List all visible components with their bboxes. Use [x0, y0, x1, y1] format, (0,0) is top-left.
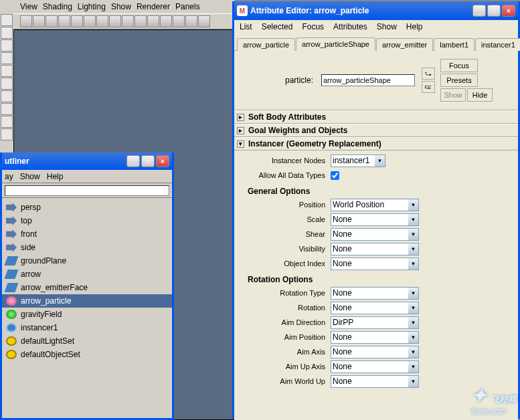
outliner-filter-input[interactable] — [5, 185, 169, 196]
vp-menu-lighting[interactable]: Lighting — [78, 2, 106, 11]
presets-button[interactable]: Presets — [440, 74, 478, 87]
close-button[interactable]: × — [502, 5, 515, 17]
attr-select[interactable]: None▼ — [331, 228, 419, 241]
ae-menu-selected[interactable]: Selected — [262, 22, 293, 31]
section-instancer[interactable]: ▾ Instancer (Geometry Replacement) — [234, 137, 518, 150]
section-goal-weights[interactable]: ▸ Goal Weights and Objects — [234, 124, 518, 137]
outliner-menu-help[interactable]: Help — [47, 172, 64, 181]
ae-menu-focus[interactable]: Focus — [302, 22, 324, 31]
section-soft-body[interactable]: ▸ Soft Body Attributes — [234, 110, 518, 124]
shelf-button[interactable] — [147, 15, 159, 27]
chevron-down-icon: ▼ — [375, 155, 385, 167]
ae-tab-lambert1[interactable]: lambert1 — [434, 38, 474, 51]
attr-select[interactable]: DirPP▼ — [331, 316, 419, 329]
tool-icon[interactable] — [1, 14, 13, 26]
ae-tab-arrow-emitter[interactable]: arrow_emitter — [376, 38, 433, 51]
outliner-item-label: defaultLightSet — [21, 336, 74, 346]
maximize-button[interactable]: □ — [487, 5, 501, 17]
tool-icon[interactable] — [1, 52, 13, 64]
outliner-title-text: utliner — [5, 156, 126, 166]
attr-select[interactable]: World Position▼ — [331, 199, 419, 211]
ae-menu-attributes[interactable]: Attributes — [333, 22, 367, 31]
vp-menu-panels[interactable]: Panels — [175, 2, 200, 11]
outliner-item[interactable]: arrow_emitterFace — [2, 281, 172, 294]
attr-select[interactable]: None▼ — [331, 360, 419, 373]
attr-label: Aim Axis — [234, 348, 325, 356]
ae-tab-arrow-particle-shape[interactable]: arrow_particleShape — [296, 37, 375, 51]
shelf-button[interactable] — [71, 15, 83, 27]
maximize-button[interactable]: □ — [141, 155, 155, 167]
attr-select[interactable]: None▼ — [331, 331, 419, 344]
attr-select[interactable]: None▼ — [331, 346, 419, 358]
vp-menu-renderer[interactable]: Renderer — [137, 2, 170, 11]
attr-select[interactable]: None▼ — [331, 375, 419, 388]
ae-tab-arrow-particle[interactable]: arrow_particle — [237, 38, 295, 51]
outliner-item[interactable]: persp — [2, 201, 172, 214]
attr-label: Aim Up Axis — [234, 362, 325, 371]
shelf-button[interactable] — [84, 15, 96, 27]
shelf-button[interactable] — [173, 15, 185, 27]
ae-menu-show[interactable]: Show — [377, 22, 397, 31]
go-to-input-icon[interactable]: ⮑ — [422, 68, 435, 80]
attr-select[interactable]: None▼ — [331, 213, 419, 226]
outliner-item[interactable]: side — [2, 241, 172, 254]
close-button[interactable]: × — [156, 155, 169, 167]
hide-button[interactable]: Hide — [467, 88, 493, 102]
minimize-button[interactable]: _ — [472, 5, 486, 17]
shelf-button[interactable] — [185, 15, 197, 27]
attr-label: Scale — [234, 215, 325, 223]
tool-icon[interactable] — [1, 116, 13, 128]
attr-select[interactable]: None▼ — [331, 287, 419, 300]
outliner-item[interactable]: front — [2, 227, 172, 241]
shelf-button[interactable] — [198, 15, 210, 27]
outliner-titlebar[interactable]: utliner _ □ × — [2, 152, 172, 170]
tool-icon[interactable] — [1, 78, 13, 90]
viewport-menubar: View Shading Lighting Show Renderer Pane… — [0, 0, 234, 13]
attr-select[interactable]: None▼ — [331, 302, 419, 314]
shelf-button[interactable] — [160, 15, 172, 27]
shelf-button[interactable] — [109, 15, 121, 27]
vp-menu-shading[interactable]: Shading — [43, 2, 72, 11]
outliner-menu-display[interactable]: ay — [5, 172, 13, 181]
shelf-button[interactable] — [46, 15, 58, 27]
shelf-button[interactable] — [20, 15, 32, 27]
allow-all-checkbox[interactable] — [331, 171, 339, 180]
outliner-item[interactable]: top — [2, 214, 172, 227]
outliner-item[interactable]: groundPlane — [2, 254, 172, 268]
minimize-button[interactable]: _ — [126, 155, 140, 167]
ae-tab-instancer1[interactable]: instancer1 — [475, 38, 520, 51]
outliner-item[interactable]: arrow_particle — [2, 294, 172, 308]
outliner-filter-row — [2, 183, 172, 198]
instancer-nodes-select[interactable]: instancer1▼ — [331, 154, 385, 167]
attr-select[interactable]: None▼ — [331, 243, 419, 255]
outliner-item[interactable]: gravityField — [2, 308, 172, 321]
show-button[interactable]: Show — [440, 88, 466, 102]
outliner-item[interactable]: defaultObjectSet — [2, 348, 172, 361]
ae-body[interactable]: ▸ Soft Body Attributes ▸ Goal Weights an… — [234, 110, 518, 420]
tool-icon[interactable] — [1, 103, 13, 115]
tool-icon[interactable] — [1, 90, 13, 102]
vp-menu-view[interactable]: View — [20, 2, 37, 11]
ae-menu-list[interactable]: List — [240, 22, 252, 31]
shelf-button[interactable] — [58, 15, 70, 27]
vp-menu-show[interactable]: Show — [111, 2, 131, 11]
tool-icon[interactable] — [1, 128, 13, 140]
shelf-button[interactable] — [33, 15, 45, 27]
go-to-output-icon[interactable]: ⮓ — [422, 81, 435, 93]
tool-icon[interactable] — [1, 27, 13, 39]
focus-button[interactable]: Focus — [440, 59, 478, 72]
shelf-button[interactable] — [96, 15, 108, 27]
attr-label: Visibility — [234, 245, 325, 253]
ae-titlebar[interactable]: M Attribute Editor: arrow_particle _ □ × — [234, 1, 518, 20]
outliner-menu-show[interactable]: Show — [20, 172, 40, 181]
outliner-item[interactable]: defaultLightSet — [2, 334, 172, 348]
tool-icon[interactable] — [1, 39, 13, 51]
outliner-item[interactable]: arrow — [2, 268, 172, 281]
outliner-item[interactable]: instancer1 — [2, 321, 172, 334]
shelf-button[interactable] — [135, 15, 147, 27]
attr-select[interactable]: None▼ — [331, 257, 419, 270]
shelf-button[interactable] — [122, 15, 134, 27]
node-name-input[interactable] — [321, 74, 415, 86]
ae-menu-help[interactable]: Help — [406, 22, 423, 31]
tool-icon[interactable] — [1, 65, 13, 77]
